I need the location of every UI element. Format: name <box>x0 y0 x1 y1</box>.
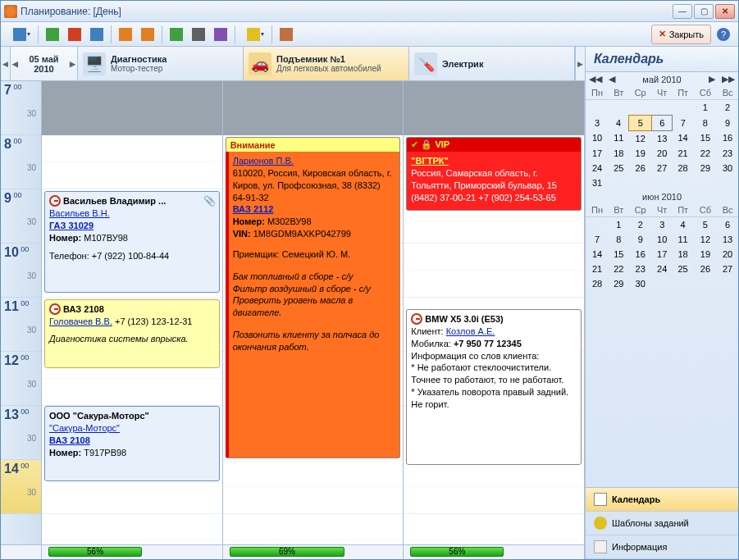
titlebar: Планирование: [День] — ▢ ✕ <box>1 1 738 22</box>
star-icon <box>594 517 607 530</box>
clock-icon <box>49 303 61 315</box>
load-cell-lift: 69% <box>223 545 404 559</box>
client-link[interactable]: "Сакура-Моторс" <box>49 423 120 433</box>
sidebar-tab-calendar[interactable]: Календарь <box>586 488 738 512</box>
appointment-bmw[interactable]: BMW X5 3.0i (E53) Клиент: Козлов А.Е. Мо… <box>406 309 582 465</box>
x-icon <box>68 28 81 41</box>
column-subtitle: Мотор-тестер <box>111 64 167 73</box>
load-cell-diagnostics: 56% <box>42 545 223 559</box>
closed-slot <box>404 81 584 135</box>
prev-month-button[interactable]: ◀ <box>607 74 617 84</box>
prev-day-button[interactable]: ◀ <box>12 60 18 68</box>
load-bar: 56% <box>48 547 142 557</box>
column-header-electric[interactable]: 🪛 Электрик <box>409 47 575 80</box>
clock-icon <box>49 195 61 207</box>
sidebar-title: Календарь <box>586 47 738 72</box>
next-station-button[interactable]: ▶ <box>575 47 585 80</box>
appointment-vip-header[interactable]: ✔ 🔒 VIP <box>406 137 582 152</box>
pencil-icon <box>90 28 103 41</box>
calendar-nav-may: ◀◀ ◀ май 2010 ▶ ▶▶ <box>586 72 738 86</box>
close-button[interactable]: ✕ Закрыть <box>651 25 711 44</box>
next-day-button[interactable]: ▶ <box>70 60 75 68</box>
calendar-june[interactable]: ПнВтСрЧтПтСбВс 123456 78910111213 141516… <box>586 203 738 291</box>
column-header-lift[interactable]: 🚗 Подъемник №1 Для легковых автомобилей <box>244 47 409 80</box>
client-link[interactable]: Головачев В.В. <box>49 316 112 326</box>
sidebar-tab-info[interactable]: Информация <box>586 535 738 559</box>
date-label-1: 05 май <box>29 54 58 64</box>
load-bar: 69% <box>230 547 345 557</box>
column-header-diagnostics[interactable]: 🖥️ Диагностика Мотор-тестер <box>78 47 244 80</box>
main-content: ◀ ◀ 05 май 2010 ▶ 🖥️ Диагностика Мотор-т… <box>1 47 738 559</box>
app-window: Планирование: [День] — ▢ ✕ ✕ Закрыть ? <box>0 0 739 560</box>
appointment-vaz2108[interactable]: ВАЗ 2108 Головачев В.В. +7 (123) 123-12-… <box>44 299 220 368</box>
print-button[interactable] <box>189 25 208 44</box>
appointment-vip[interactable]: "ВГТРК" Россия, Самарская область, г. То… <box>406 152 582 211</box>
date-label-2: 2010 <box>34 64 53 74</box>
copy-icon <box>119 28 132 41</box>
vehicle-link[interactable]: ГАЗ 31029 <box>49 221 94 230</box>
appointment-sakura[interactable]: ООО "Сакура-Моторс" "Сакура-Моторс" ВАЗ … <box>44 406 220 481</box>
monitor-icon: 🖥️ <box>83 52 106 75</box>
appointment-vasilev[interactable]: Васильев Владимир ... 📎 Васильев В.Н. ГА… <box>44 191 220 293</box>
day-column-diagnostics[interactable]: Васильев Владимир ... 📎 Васильев В.Н. ГА… <box>42 81 223 544</box>
paste-icon <box>141 28 154 41</box>
user-button[interactable] <box>276 25 296 44</box>
day-column-electric[interactable]: ✔ 🔒 VIP "ВГТРК" Россия, Самарская област… <box>404 81 585 544</box>
toolbar-separator <box>235 25 235 43</box>
calendar-may[interactable]: ПнВтСрЧтПтСбВс 12 3456789 10111213141516… <box>586 86 738 190</box>
maximize-button[interactable]: ▢ <box>694 4 714 19</box>
schedule-grid: 7 0030 8 0030 9 0030 10 0030 11 0030 12 … <box>1 81 585 544</box>
sidebar-tab-templates[interactable]: Шаблоны заданий <box>586 512 738 535</box>
day-column-lift[interactable]: Внимание Ларионов П.В. 610020, Россия, К… <box>223 81 404 544</box>
close-window-button[interactable]: ✕ <box>715 4 735 19</box>
appointment-attention[interactable]: Ларионов П.В. 610020, Россия, Кировская … <box>226 152 401 458</box>
new-task-button[interactable] <box>43 25 62 44</box>
next-month-button[interactable]: ▶ <box>707 74 717 84</box>
view-menu-button[interactable] <box>6 25 34 44</box>
view-icon <box>13 28 26 41</box>
client-link[interactable]: "ВГТРК" <box>411 156 448 166</box>
closed-slot <box>42 81 222 135</box>
client-link[interactable]: Козлов А.Е. <box>446 326 495 336</box>
clock-icon <box>411 313 422 325</box>
schedule-panel: ◀ ◀ 05 май 2010 ▶ 🖥️ Диагностика Мотор-т… <box>1 47 586 559</box>
prev-station-button[interactable]: ◀ <box>1 47 11 80</box>
column-subtitle: Для легковых автомобилей <box>276 64 381 73</box>
month-label: май 2010 <box>620 75 704 84</box>
filter-menu-button[interactable] <box>239 25 267 44</box>
vehicle-link[interactable]: ВАЗ 2112 <box>233 204 274 214</box>
paperclip-icon: 📎 <box>203 194 216 207</box>
edit-task-button[interactable] <box>87 25 107 44</box>
refresh-button[interactable] <box>167 25 186 44</box>
load-cell-electric: 56% <box>404 545 585 559</box>
minimize-button[interactable]: — <box>673 4 692 19</box>
lock-icon: 🔒 <box>421 139 432 149</box>
toolbar-separator <box>111 25 112 43</box>
column-title: Подъемник №1 <box>276 54 381 64</box>
paste-button[interactable] <box>138 25 157 44</box>
date-cell[interactable]: ◀ 05 май 2010 ▶ <box>11 47 78 80</box>
person-icon <box>280 28 293 41</box>
load-bar: 56% <box>410 547 504 557</box>
plus-icon <box>46 28 59 41</box>
time-ruler: 7 0030 8 0030 9 0030 10 0030 11 0030 12 … <box>1 81 42 544</box>
delete-task-button[interactable] <box>65 25 84 44</box>
first-month-button[interactable]: ◀◀ <box>587 74 604 84</box>
client-link[interactable]: Ларионов П.В. <box>233 156 294 166</box>
schedule-header: ◀ ◀ 05 май 2010 ▶ 🖥️ Диагностика Мотор-т… <box>1 47 585 81</box>
last-month-button[interactable]: ▶▶ <box>720 74 737 84</box>
settings-button[interactable] <box>211 25 230 44</box>
calendar-icon <box>594 493 607 506</box>
car-lift-icon: 🚗 <box>249 52 271 75</box>
window-controls: — ▢ ✕ <box>673 4 735 19</box>
appointment-attention-header[interactable]: Внимание <box>226 137 401 152</box>
document-icon <box>594 540 607 553</box>
column-title: Электрик <box>442 59 483 69</box>
load-row: 56% 69% 56% <box>1 544 585 559</box>
printer-icon <box>192 28 205 41</box>
toolbar: ✕ Закрыть ? <box>1 22 738 47</box>
help-button[interactable]: ? <box>714 25 733 44</box>
client-link[interactable]: Васильев В.Н. <box>49 208 110 218</box>
vehicle-link[interactable]: ВАЗ 2108 <box>49 435 90 445</box>
copy-button[interactable] <box>116 25 135 44</box>
